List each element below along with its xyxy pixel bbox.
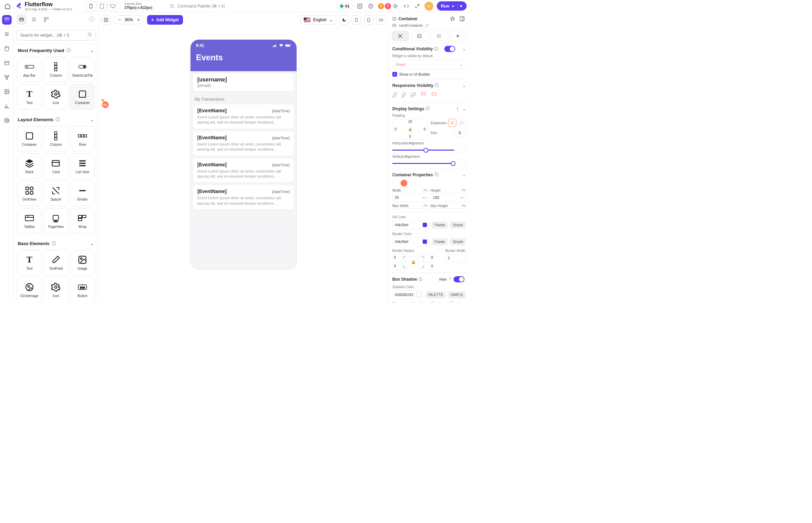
widget-tile-wrap[interactable]: Wrap — [70, 208, 95, 233]
resp-tablet-p-off[interactable] — [401, 92, 406, 99]
bordercolor-simple[interactable]: Simple — [450, 238, 466, 245]
cond-visibility-toggle[interactable] — [444, 46, 455, 52]
bordercolor-input[interactable]: #4b39ef — [392, 237, 430, 246]
launch-icon[interactable] — [414, 2, 421, 10]
flex-input[interactable] — [454, 129, 466, 137]
widget-tile-text[interactable]: TText — [17, 250, 42, 275]
widget-tile-spacer[interactable]: Spacer — [44, 181, 68, 206]
resp-tablet-l-off[interactable] — [410, 92, 416, 99]
h-align-value[interactable] — [457, 145, 466, 153]
widget-tile-divider[interactable]: Divider — [70, 181, 95, 206]
widget-tile-gridview[interactable]: GridView — [17, 181, 42, 206]
new-project-icon[interactable] — [356, 2, 364, 10]
theme-inherit-icon[interactable] — [449, 15, 456, 23]
rp-tab-animations[interactable] — [449, 31, 467, 41]
event-card[interactable]: [EventName][dateTime]Event Lorem ipsum d… — [193, 104, 294, 129]
version-pill[interactable]: V1 — [337, 3, 352, 9]
section-layout[interactable]: Layout Elementsⓘ⌄ — [14, 113, 98, 126]
shape-circle[interactable] — [401, 180, 407, 187]
widget-tile-column[interactable]: Column — [44, 126, 68, 151]
resp-phone-off[interactable] — [392, 92, 397, 99]
bug-icon[interactable] — [392, 2, 399, 10]
maxheight-input[interactable] — [431, 208, 466, 213]
widget-tile-switchlisttile[interactable]: SwitchListTile — [70, 57, 95, 82]
zoom-out[interactable]: − — [117, 17, 122, 23]
widget-tile-icon[interactable]: Icon — [44, 277, 68, 302]
rail-widget-tree[interactable] — [2, 15, 12, 25]
widget-tile-container[interactable]: Container — [17, 126, 42, 151]
widget-tile-row[interactable]: Row — [70, 126, 95, 151]
language-selector[interactable]: English⌄ — [300, 15, 337, 25]
widget-tile-button[interactable]: BTNButton — [70, 277, 95, 302]
zoom-in[interactable]: + — [136, 17, 141, 23]
fillcolor-simple[interactable]: Simple — [450, 221, 466, 229]
code-icon[interactable] — [403, 2, 410, 10]
shape-rect[interactable] — [392, 180, 399, 187]
v-align-value[interactable] — [457, 158, 466, 166]
home-icon[interactable] — [3, 1, 12, 11]
shadow-popout-icon[interactable] — [447, 276, 452, 283]
border-width-input[interactable]: 2 — [445, 254, 466, 262]
br-br[interactable]: 8 — [419, 263, 435, 270]
rail-api[interactable] — [2, 73, 12, 82]
run-button[interactable]: Run▾ — [437, 1, 467, 11]
fillcolor-palette[interactable]: Palette — [432, 221, 448, 229]
command-palette[interactable]: Command Palette (⌘ + k) — [170, 4, 225, 9]
rail-analytics[interactable] — [2, 101, 12, 111]
rail-database[interactable] — [2, 44, 12, 53]
shadow-toggle[interactable] — [454, 276, 464, 282]
canvas-grid-icon[interactable] — [101, 15, 111, 25]
section-mfu[interactable]: Most Frequently Usedⓘ⌄ — [14, 44, 98, 57]
fillcolor-input[interactable]: #4b39ef — [392, 220, 430, 229]
bordercolor-palette[interactable]: Palette — [432, 238, 448, 245]
edit-id-icon[interactable] — [425, 23, 429, 27]
widget-tile-stack[interactable]: Stack — [17, 153, 42, 179]
rail-storage[interactable] — [2, 58, 12, 68]
warning-badge[interactable]: 5 — [378, 3, 384, 9]
widget-tile-container[interactable]: Container — [70, 84, 95, 110]
widget-tile-card[interactable]: Card — [44, 153, 68, 179]
radius-lock-icon[interactable]: 🔒 — [409, 256, 418, 267]
section-base[interactable]: Base Elementsⓘ⌄ — [14, 237, 98, 250]
br-tr[interactable]: 8 — [419, 254, 435, 261]
lp-info-icon[interactable]: ⓘ — [88, 16, 95, 23]
shadow-color-input[interactable]: #00000242 — [392, 290, 423, 299]
lp-tab-widgets[interactable] — [16, 14, 27, 25]
widget-tile-text[interactable]: TText — [17, 84, 42, 110]
expand-panel-icon[interactable] — [458, 15, 466, 23]
event-card[interactable]: [EventName][dateTime]Event Lorem ipsum d… — [193, 131, 294, 156]
lp-tab-components[interactable] — [41, 14, 51, 25]
br-bl[interactable]: 8 — [392, 263, 408, 270]
resp-wide-on[interactable] — [431, 92, 437, 99]
rail-media[interactable] — [2, 87, 12, 97]
expansion-flex-icon[interactable] — [448, 119, 456, 127]
cond-visibility-select[interactable]: Unset⌄ — [392, 60, 466, 69]
device-tablet-button[interactable] — [97, 1, 107, 11]
rail-list[interactable] — [2, 29, 12, 39]
preview-tablet-icon[interactable] — [364, 15, 374, 25]
rp-tab-backend[interactable] — [430, 31, 447, 41]
help-icon[interactable] — [367, 2, 375, 10]
rail-settings[interactable] — [2, 116, 12, 125]
lp-tab-theme[interactable] — [29, 14, 39, 25]
event-card[interactable]: [EventName][dateTime]Event Lorem ipsum d… — [193, 185, 294, 209]
widget-tile-pageview[interactable]: PageView — [44, 208, 68, 233]
widget-search-input[interactable] — [16, 30, 95, 41]
widget-tile-tabbar[interactable]: TabBar — [17, 208, 42, 233]
rp-tab-properties[interactable] — [392, 31, 409, 41]
br-tl[interactable]: 8 — [392, 254, 408, 261]
user-avatar[interactable] — [424, 2, 433, 11]
widget-tile-icon[interactable]: Icon — [44, 84, 68, 110]
expansion-fill-icon[interactable] — [458, 119, 466, 127]
dark-mode-icon[interactable] — [339, 15, 349, 25]
device-desktop-button[interactable] — [108, 1, 118, 11]
keyboard-icon[interactable] — [376, 15, 386, 25]
device-phone-button[interactable] — [86, 1, 96, 11]
widget-tile-column[interactable]: Column — [44, 57, 68, 82]
error-badge[interactable]: 2 — [385, 3, 391, 9]
add-widget-button[interactable]: +Add Widget — [147, 15, 183, 25]
widget-tile-app-bar[interactable]: App Bar — [17, 57, 42, 82]
shadow-simple[interactable]: SIMPLE — [448, 291, 466, 298]
padding-lock-icon[interactable]: 🔒 — [408, 127, 412, 131]
widget-tile-image[interactable]: Image — [70, 250, 95, 275]
